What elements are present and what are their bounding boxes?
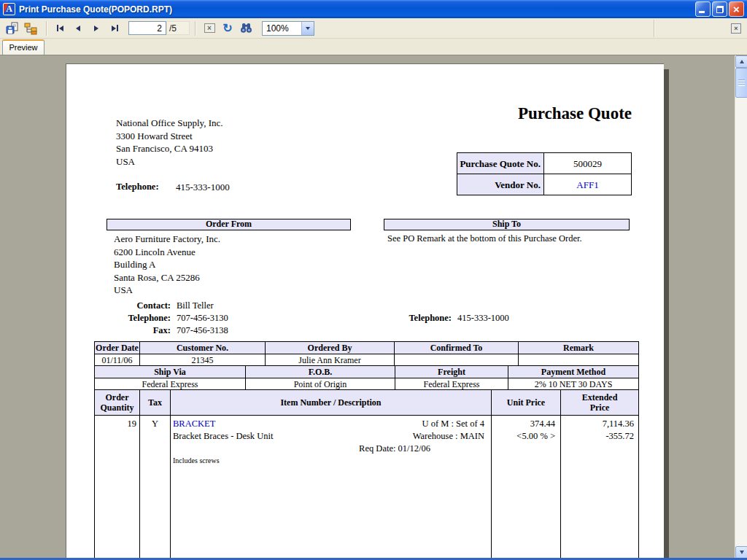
vendor-phone-label: Telephone: <box>66 312 171 325</box>
company-street: 3300 Howard Street <box>116 130 223 143</box>
item-uom: U of M : Set of 4 <box>314 419 484 429</box>
scroll-down-button[interactable] <box>735 546 747 559</box>
scroll-up-button[interactable] <box>735 55 747 68</box>
vendor-city: Santa Rosa, CA 25286 <box>114 271 220 284</box>
stop-icon: × <box>204 23 215 33</box>
next-page-button[interactable] <box>89 20 104 36</box>
fob-value: Point of Origin <box>246 378 395 390</box>
report-page: National Office Supply, Inc. 3300 Howard… <box>66 63 664 559</box>
refresh-icon: ↻ <box>222 23 232 34</box>
vendor-fax-label: Fax: <box>66 324 171 338</box>
item-table-header: Order Quantity Tax Item Number / Descrip… <box>94 389 639 416</box>
company-country: USA <box>116 155 223 168</box>
previous-page-icon <box>76 26 80 31</box>
column-divider <box>491 416 492 559</box>
previous-page-button[interactable] <box>71 20 85 36</box>
quote-no-value: 500029 <box>544 153 631 174</box>
column-divider <box>139 416 140 559</box>
remark-header: Remark <box>519 342 638 354</box>
first-page-icon <box>57 25 58 31</box>
restore-icon <box>716 6 724 13</box>
freight-value: Federal Express <box>395 378 508 390</box>
item-number-link[interactable]: BRACKET <box>173 419 215 429</box>
ship-to-note: See PO Remark at the bottom of this Purc… <box>387 233 582 246</box>
item-comment: Includes screws <box>173 456 220 464</box>
vendor-no-link[interactable]: AFF1 <box>544 174 631 195</box>
vendor-country: USA <box>114 284 220 297</box>
ship-to-phone-label: Telephone: <box>384 312 452 325</box>
chevron-down-icon <box>306 27 310 30</box>
freight-header: Freight <box>395 366 508 378</box>
order-date-header: Order Date <box>95 342 140 354</box>
order-from-header: Order From <box>107 219 351 230</box>
item-table-body: 19 Y BRACKET U of M : Set of 4 374.44 7,… <box>94 415 639 559</box>
restore-button[interactable] <box>712 1 727 17</box>
contact-label: Contact: <box>66 300 171 313</box>
title-bar: A Print Purchase Quote(POPORD.RPT) × <box>0 0 747 18</box>
item-tax: Y <box>140 419 170 429</box>
minimize-button[interactable] <box>695 1 711 17</box>
close-preview-button[interactable]: × <box>731 23 741 34</box>
minimize-icon <box>699 11 705 13</box>
print-preview-window: { "window": { "title": "Print Purchase Q… <box>0 0 747 560</box>
first-page-button[interactable] <box>53 20 67 36</box>
item-number-description-header: Item Number / Description <box>171 390 492 415</box>
item-req-date: Req Date: 01/12/06 <box>285 443 430 454</box>
zoom-level-combo[interactable]: 100% <box>262 21 314 36</box>
company-city: San Francisco, CA 94103 <box>116 142 223 155</box>
chevron-up-icon <box>740 60 744 63</box>
toggle-group-tree-button[interactable] <box>23 20 39 36</box>
toolbar: /5 × ↻ 100% × <box>0 18 747 39</box>
customer-no-value: 21345 <box>140 354 266 366</box>
company-phone-value: 415-333-1000 <box>176 181 230 194</box>
chevron-down-icon <box>740 551 744 554</box>
vendor-name: Aero Furniture Factory, Inc. <box>114 233 220 246</box>
toolbar-separator <box>195 21 196 36</box>
order-quantity-header: Order Quantity <box>95 390 140 415</box>
extended-price-header: Extended Price <box>561 390 638 415</box>
last-page-icon <box>112 26 116 31</box>
unit-price-header: Unit Price <box>492 390 561 415</box>
last-page-button[interactable] <box>107 20 122 36</box>
binoculars-icon <box>240 23 252 34</box>
ship-via-header: Ship Via <box>95 366 246 378</box>
zoom-level-value: 100% <box>263 22 301 35</box>
ship-info-table: Ship Via F.O.B. Freight Payment Method F… <box>94 365 639 391</box>
payment-method-header: Payment Method <box>508 366 638 378</box>
close-button[interactable]: × <box>729 1 744 17</box>
scrollbar-thumb[interactable] <box>735 68 747 98</box>
page-number-input[interactable] <box>128 21 166 35</box>
item-extended-price: 7,114.36 <box>562 419 634 429</box>
item-warehouse: Warehouse : MAIN <box>314 431 484 442</box>
confirmed-to-value <box>395 354 519 366</box>
app-icon[interactable]: A <box>3 3 15 15</box>
scrollbar-grip-icon <box>738 79 745 86</box>
item-discount-pct: <5.00 % > <box>492 431 555 442</box>
refresh-button[interactable]: ↻ <box>220 20 236 36</box>
order-date-value: 01/11/06 <box>95 354 140 366</box>
confirmed-to-header: Confirmed To <box>395 342 519 354</box>
vendor-building: Building A <box>114 258 220 271</box>
export-report-button[interactable] <box>4 20 20 36</box>
vendor-address-block: Aero Furniture Factory, Inc. 6200 Lincol… <box>114 233 220 297</box>
order-info-table: Order Date Customer No. Ordered By Confi… <box>94 341 639 367</box>
stop-loading-button[interactable]: × <box>201 20 217 36</box>
company-name: National Office Supply, Inc. <box>116 117 223 130</box>
company-phone-label: Telephone: <box>116 181 159 194</box>
export-icon <box>6 22 19 35</box>
report-title: Purchase Quote <box>518 104 632 123</box>
window-controls: × <box>695 1 744 17</box>
item-qty: 19 <box>95 419 136 429</box>
tab-row: Preview <box>0 39 747 55</box>
report-workspace: National Office Supply, Inc. 3300 Howard… <box>0 55 747 558</box>
ordered-by-value: Julie Ann Kramer <box>266 354 395 366</box>
vendor-phone-value: 707-456-3130 <box>177 312 228 325</box>
vertical-scrollbar[interactable] <box>735 55 747 559</box>
page-total-label: /5 <box>166 21 190 35</box>
fob-header: F.O.B. <box>246 366 395 378</box>
zoom-dropdown-button[interactable] <box>301 22 314 35</box>
search-button[interactable] <box>238 20 254 36</box>
tab-preview[interactable]: Preview <box>2 39 44 55</box>
next-page-icon <box>94 26 98 31</box>
contact-value: Bill Teller <box>177 300 214 313</box>
